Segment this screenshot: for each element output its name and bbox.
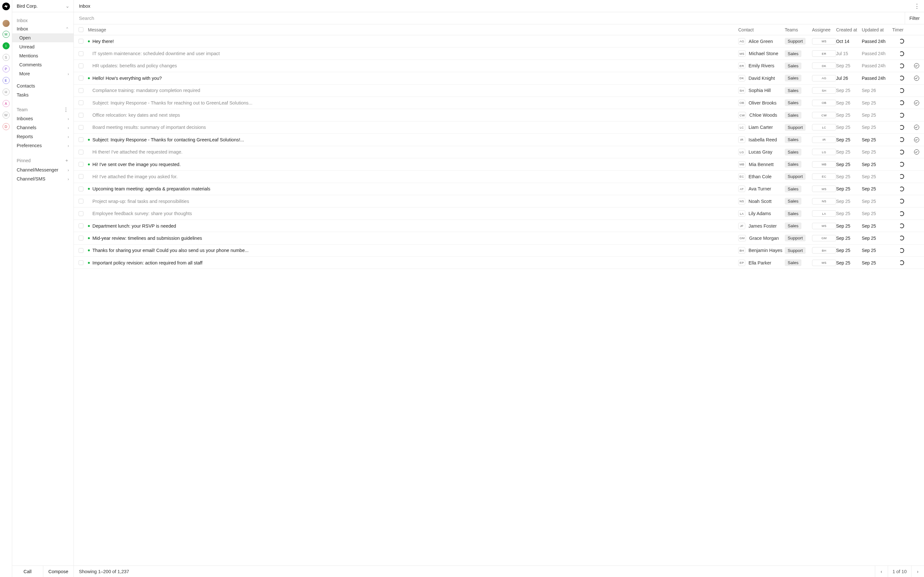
workspace-badge[interactable]: W — [3, 111, 10, 119]
workspace-badge[interactable]: D — [3, 123, 10, 130]
col-contact[interactable]: Contact — [738, 27, 785, 32]
col-created[interactable]: Created at — [836, 27, 862, 32]
search-input[interactable] — [74, 12, 905, 24]
table-row[interactable]: Office relocation: key dates and next st… — [74, 109, 924, 121]
compose-button[interactable]: Compose — [43, 566, 74, 577]
contact-name: Noah Scott — [748, 199, 772, 204]
sidebar-item-inboxes[interactable]: Inboxes › — [12, 114, 73, 123]
workspace-badge[interactable]: P — [3, 65, 10, 73]
created-at: Sep 25 — [836, 174, 862, 179]
sidebar-item-contacts[interactable]: Contacts — [12, 81, 73, 90]
row-checkbox[interactable] — [79, 211, 83, 216]
org-switcher[interactable]: Bird Corp. ⌄ — [12, 0, 74, 12]
table-row[interactable]: Compliance training: mandatory completio… — [74, 85, 924, 97]
next-page-button[interactable]: › — [911, 566, 924, 577]
row-checkbox[interactable] — [79, 100, 83, 105]
call-button[interactable]: Call — [12, 566, 43, 577]
avatar[interactable] — [3, 20, 10, 27]
row-checkbox[interactable] — [79, 260, 83, 265]
row-checkbox[interactable] — [79, 113, 83, 118]
message-subject: Subject: Inquiry Response - Thanks for c… — [92, 137, 244, 142]
row-checkbox[interactable] — [79, 199, 83, 203]
workspace-badge[interactable]: E — [3, 77, 10, 84]
table-row[interactable]: HR updates: benefits and policy changesE… — [74, 60, 924, 72]
contact-initials: SH — [738, 87, 745, 93]
col-updated[interactable]: Updated at — [862, 27, 892, 32]
row-checkbox[interactable] — [79, 174, 83, 179]
row-checkbox[interactable] — [79, 187, 83, 191]
row-checkbox[interactable] — [79, 248, 83, 253]
table-row[interactable]: Important policy revision: action requir… — [74, 257, 924, 269]
table-row[interactable]: Subject: Inquiry Response - Thanks for c… — [74, 134, 924, 146]
row-checkbox[interactable] — [79, 125, 83, 130]
sidebar-item-reports[interactable]: Reports › — [12, 132, 73, 141]
row-checkbox[interactable] — [79, 235, 83, 240]
table-row[interactable]: Project wrap-up: final tasks and respons… — [74, 195, 924, 207]
sidebar-item-pinned-sms[interactable]: Channel/SMS › — [12, 174, 73, 183]
row-checkbox[interactable] — [79, 150, 83, 155]
timer-spinner-icon — [899, 39, 904, 44]
table-row[interactable]: Hi there! I've attached the requested im… — [74, 146, 924, 158]
table-row[interactable]: Hey there!AGAlice GreenSupportMSOct 14Pa… — [74, 35, 924, 47]
sidebar-item-unread[interactable]: Unread — [12, 42, 73, 51]
kebab-menu-icon[interactable]: ⋮ — [914, 5, 920, 8]
assignee-initials: CW — [812, 112, 836, 118]
sidebar-item-tasks[interactable]: Tasks — [12, 90, 73, 99]
table-row[interactable]: Hi! I've attached the image you asked fo… — [74, 171, 924, 183]
row-checkbox[interactable] — [79, 63, 83, 68]
sidebar-item-open[interactable]: Open — [12, 33, 73, 42]
team-pill: Sales — [785, 136, 801, 143]
table-row[interactable]: Employee feedback survey: share your tho… — [74, 207, 924, 219]
workspace-badge[interactable]: A — [3, 100, 10, 107]
table-row[interactable]: IT system maintenance: scheduled downtim… — [74, 47, 924, 60]
row-checkbox[interactable] — [79, 51, 83, 56]
workspace-badge[interactable]: I — [3, 42, 10, 49]
sidebar-item-mentions[interactable]: Mentions — [12, 51, 73, 60]
sidebar-item-pinned-messenger[interactable]: Channel/Messenger › — [12, 165, 73, 174]
table-row[interactable]: Hello! How's everything with you?DKDavid… — [74, 72, 924, 84]
assignee-initials: OB — [812, 100, 836, 106]
done-check-icon — [914, 100, 919, 105]
table-row[interactable]: Upcoming team meeting: agenda & preparat… — [74, 183, 924, 195]
workspace-badge[interactable]: H — [3, 89, 10, 95]
table-row[interactable]: Mid-year review: timelines and submissio… — [74, 232, 924, 244]
sidebar-item-comments[interactable]: Comments — [12, 60, 73, 69]
sidebar-item-channels[interactable]: Channels › — [12, 123, 73, 132]
col-timer[interactable]: Timer — [892, 27, 911, 32]
unread-dot-icon — [88, 40, 90, 42]
add-pinned-icon[interactable]: ＋ — [65, 158, 69, 163]
team-pill: Support — [785, 235, 806, 242]
sidebar-item-inbox[interactable]: Inbox ⌃ — [12, 24, 73, 33]
app-logo[interactable] — [2, 3, 10, 10]
view-header: Inbox ⋮ — [74, 0, 924, 12]
created-at: Sep 25 — [836, 137, 862, 142]
col-assignee[interactable]: Assignee — [812, 27, 836, 32]
table-row[interactable]: Board meeting results: summary of import… — [74, 121, 924, 134]
contact-initials: ER — [738, 63, 745, 69]
team-kebab-icon[interactable]: ⋮ — [63, 108, 69, 111]
message-subject: Hi! I've sent over the image you request… — [92, 162, 181, 167]
workspace-badge[interactable]: M — [3, 31, 10, 38]
table-row[interactable]: Subject: Inquiry Response - Thanks for r… — [74, 97, 924, 109]
workspace-badge[interactable]: S — [3, 54, 10, 61]
filter-button[interactable]: Filter — [905, 12, 924, 24]
table-row[interactable]: Department lunch: your RSVP is neededJFJ… — [74, 220, 924, 232]
showing-label: Showing 1–200 of 1,237 — [79, 569, 129, 574]
prev-page-button[interactable]: ‹ — [875, 566, 888, 577]
row-checkbox[interactable] — [79, 76, 83, 81]
col-teams[interactable]: Teams — [785, 27, 812, 32]
select-all-checkbox[interactable] — [79, 27, 83, 32]
row-checkbox[interactable] — [79, 137, 83, 142]
contact-initials: LA — [738, 210, 745, 217]
row-checkbox[interactable] — [79, 223, 83, 228]
row-checkbox[interactable] — [79, 39, 83, 44]
sidebar-item-more[interactable]: More › — [12, 69, 73, 78]
table-row[interactable]: Hi! I've sent over the image you request… — [74, 158, 924, 171]
chevron-right-icon: › — [68, 168, 69, 172]
sidebar-item-preferences[interactable]: Preferences › — [12, 141, 73, 150]
unread-dot-icon — [88, 250, 90, 251]
row-checkbox[interactable] — [79, 88, 83, 93]
row-checkbox[interactable] — [79, 162, 83, 167]
col-message[interactable]: Message — [88, 27, 738, 32]
table-row[interactable]: Thanks for sharing your email! Could you… — [74, 245, 924, 257]
